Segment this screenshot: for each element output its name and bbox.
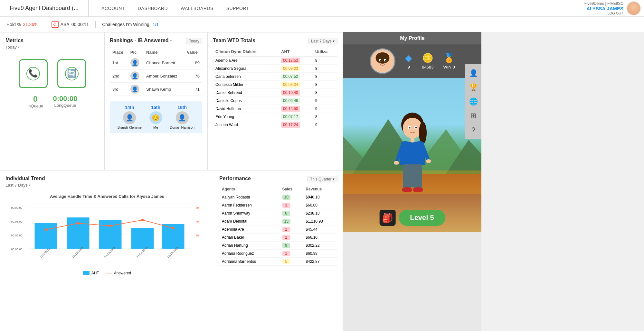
svg-text:20: 20 bbox=[196, 234, 199, 237]
user-name: ALYSSA JAMES bbox=[584, 6, 623, 11]
svg-point-21 bbox=[376, 52, 390, 64]
chart-svg-container: 00:09:00 00:06:00 00:03:00 00:00:00 60 4… bbox=[5, 204, 209, 268]
table-row: Aaliyah Rodasta 10 $940.10 bbox=[219, 193, 337, 201]
trend-title: Individual Trend bbox=[5, 176, 209, 181]
hold-label: Hold % bbox=[6, 22, 21, 27]
trend-period[interactable]: Last 7 Days ▾ bbox=[5, 183, 209, 188]
trophy-icon: 🏅 bbox=[443, 53, 455, 63]
wtd-table: Clinton Dyno Dialers AHT Utiliza Ademola… bbox=[213, 47, 337, 129]
table-row: Aaron Feddersen 3 $60.00 bbox=[219, 201, 337, 209]
grid-icon[interactable]: ⊞ bbox=[467, 109, 480, 122]
table-row: Adrian Baker 2 $66.10 bbox=[219, 234, 337, 242]
logout-link[interactable]: LOG OUT bbox=[584, 11, 623, 15]
diamond-badge: ◆ 9 bbox=[405, 53, 412, 69]
perf-agent-name: Aaliyah Rodasta bbox=[219, 193, 280, 201]
globe-icon[interactable]: 🌐 bbox=[467, 95, 480, 108]
wtd-name: Daniel Behrend bbox=[213, 89, 279, 97]
svg-point-44 bbox=[413, 187, 423, 192]
gold-badge: 🪙 84683 bbox=[422, 53, 433, 69]
rank-14-person: 14th 👤 Brandi Klemme bbox=[118, 105, 142, 129]
wtd-col2: AHT bbox=[279, 47, 313, 56]
perf-period[interactable]: This Quarter ▾ bbox=[307, 176, 337, 182]
wtd-name: Carla petersen bbox=[213, 73, 279, 81]
svg-rect-37 bbox=[411, 138, 414, 143]
nav-support[interactable]: SUPPORT bbox=[226, 6, 249, 11]
phone-longqueue-icon: 🔄 bbox=[64, 66, 80, 82]
nav-dashboard[interactable]: DASHBOARD bbox=[138, 6, 168, 11]
inqueue-label: InQueue bbox=[27, 104, 43, 108]
rank-me-person: 15th 😊 Me bbox=[149, 105, 162, 129]
dot-4 bbox=[141, 219, 144, 221]
perf-sales: 15 bbox=[280, 217, 303, 225]
svg-text:00:00:00: 00:00:00 bbox=[11, 248, 23, 251]
help-icon[interactable]: ? bbox=[467, 124, 480, 136]
svg-point-39 bbox=[426, 159, 431, 163]
bar-3 bbox=[99, 220, 122, 249]
rankings-period[interactable]: Today bbox=[186, 38, 202, 44]
coin-icon: 🪙 bbox=[422, 53, 433, 63]
table-row: Joseph Ward 00:17:24 9 bbox=[213, 121, 337, 129]
wtd-name: David Huffman bbox=[213, 105, 279, 113]
trophy-side-icon[interactable]: 🏆 bbox=[467, 81, 480, 94]
level-platform: 🎒 Level 5 bbox=[379, 210, 445, 226]
level-badge: Level 5 bbox=[399, 210, 445, 226]
nav-wallboards[interactable]: WALLBOARDS bbox=[181, 6, 213, 11]
asa-status: ⏱ ASA 00:00:11 bbox=[52, 21, 89, 28]
team-wtd-period[interactable]: Last 7 Days ▾ bbox=[308, 38, 337, 44]
perf-revenue: $45.44 bbox=[303, 225, 337, 234]
rank-3-value: 71 bbox=[184, 83, 202, 96]
perf-revenue: $1,210.98 bbox=[303, 217, 337, 225]
gold-count: 84683 bbox=[422, 65, 433, 69]
trend-chart-svg: 00:09:00 00:06:00 00:03:00 00:00:00 60 4… bbox=[5, 204, 209, 268]
wtd-aht: 00:06:46 bbox=[279, 97, 313, 105]
metrics-panel: Metrics Today ▾ 📞 🔄 bbox=[0, 32, 105, 170]
chart-title: Average Handle Time & Answered Calls for… bbox=[5, 194, 209, 199]
perf-revenue: $60.98 bbox=[303, 250, 337, 258]
person-icon[interactable]: 👤 bbox=[467, 67, 480, 80]
nav-links: ACCOUNT DASHBOARD WALLBOARDS SUPPORT bbox=[89, 0, 584, 16]
perf-revenue: $60.00 bbox=[303, 201, 337, 209]
demo-text: Five9Demo | FIVE9SC bbox=[584, 1, 623, 6]
svg-text:00:06:00: 00:06:00 bbox=[11, 220, 23, 223]
svg-rect-42 bbox=[414, 173, 422, 189]
wtd-util: 8 bbox=[313, 113, 337, 121]
legend-answered: Answered bbox=[106, 271, 131, 275]
wtd-name: Alexandra Segura bbox=[213, 65, 279, 73]
rank-me-number: 15th bbox=[149, 105, 162, 110]
profile-scene: 🎒 Level 5 bbox=[343, 78, 481, 232]
longqueue-value-box: 0:00:00 LongQueue bbox=[53, 95, 78, 108]
svg-point-35 bbox=[409, 127, 410, 129]
perf-sales: 3 bbox=[280, 201, 303, 209]
rank-1-value: 89 bbox=[184, 56, 202, 69]
chart-legend: AHT Answered bbox=[5, 271, 209, 275]
asa-value: 00:00:11 bbox=[71, 22, 89, 27]
divider1 bbox=[45, 21, 45, 28]
metrics-period[interactable]: Today ▾ bbox=[5, 45, 99, 50]
diamond-icon: ◆ bbox=[405, 53, 412, 63]
perf-agent-name: Adam Delhotal bbox=[219, 217, 280, 225]
nav-account[interactable]: ACCOUNT bbox=[101, 6, 125, 11]
table-row: Alexandra Segura 00:09:03 8 bbox=[213, 65, 337, 73]
longqueue-icon-box: 🔄 bbox=[57, 59, 86, 88]
perf-agent-name: Aaron Feddersen bbox=[219, 201, 280, 209]
user-section: Five9Demo | FIVE9SC ALYSSA JAMES LOG OUT bbox=[584, 1, 644, 15]
wtd-aht: 00:15:50 bbox=[279, 105, 313, 113]
rank-1-name: Chance Barnett bbox=[144, 56, 184, 69]
svg-text:🔄: 🔄 bbox=[67, 69, 77, 78]
bar-1 bbox=[35, 223, 57, 249]
wtd-aht: 00:08:34 bbox=[279, 81, 313, 89]
wtd-aht: 00:07:17 bbox=[279, 113, 313, 121]
wtd-col1: Clinton Dyno Dialers bbox=[213, 47, 279, 56]
table-row: 3rd 👤 Shawn Kemp 71 bbox=[110, 83, 202, 96]
user-avatar bbox=[627, 1, 641, 15]
perf-agent-name: Adrian Hartung bbox=[219, 242, 280, 250]
longqueue-label: LongQueue bbox=[53, 103, 78, 108]
perf-agent-name: Aaron Shumway bbox=[219, 209, 280, 217]
wtd-aht: 00:17:24 bbox=[279, 121, 313, 129]
legend-aht-label: AHT bbox=[91, 271, 99, 275]
rank-14-name: Brandi Klemme bbox=[118, 125, 142, 129]
wtd-util: 8 bbox=[313, 56, 337, 65]
period-dropdown-arrow: ▾ bbox=[18, 45, 20, 49]
table-row: Danielle Copus 00:06:46 9 bbox=[213, 97, 337, 105]
svg-point-38 bbox=[394, 161, 399, 165]
